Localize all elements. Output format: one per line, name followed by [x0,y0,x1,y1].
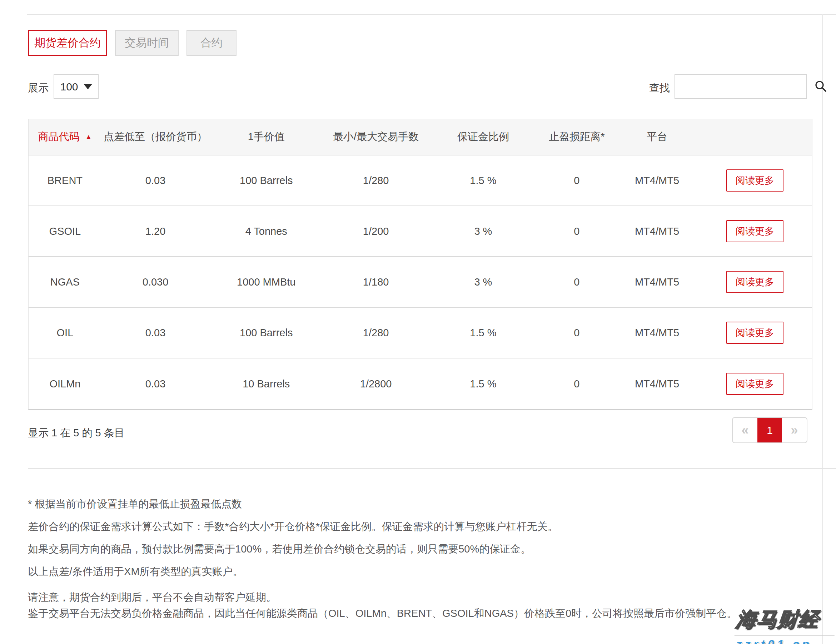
notice-block: 请注意，期货合约到期后，平台不会自动帮客户延期。 鉴于交易平台无法交易负价格金融… [28,589,737,621]
footnote-sl-tp: * 根据当前市价设置挂单的最低止损盈最低点数 [28,497,558,510]
cell-min-max-lots: 1/280 [323,327,429,339]
watermark-logo: 海马财经 [735,606,836,636]
tab-contract[interactable]: 合约 [186,30,237,56]
content-right-border [822,14,823,644]
cell-spread: 1.20 [101,226,209,237]
read-more-button[interactable]: 阅读更多 [726,169,784,191]
table-row: BRENT 0.03 100 Barrels 1/280 1.5 % 0 MT4… [29,155,812,206]
cell-sl-tp: 0 [538,276,616,288]
instruments-page: 期货差价合约 交易时间 合约 展示 100 查找 商品代码 ▲ 点差低至（报价货… [0,0,836,644]
search-input[interactable] [675,75,814,98]
pagination-next-button[interactable]: » [782,418,807,443]
column-header-lot-value[interactable]: 1手价值 [209,130,323,144]
read-more-button[interactable]: 阅读更多 [726,373,784,395]
cell-sl-tp: 0 [538,175,616,186]
cell-symbol: NGAS [29,276,101,288]
cell-margin: 3 % [429,226,538,237]
watermark: 海马财经 zzrt01.cn [736,606,836,644]
cell-symbol: OILMn [29,378,101,390]
cell-symbol: OIL [29,327,101,339]
cell-spread: 0.03 [101,327,209,339]
cell-spread: 0.030 [101,276,209,288]
cell-min-max-lots: 1/280 [323,175,429,186]
cell-margin: 1.5 % [429,378,538,390]
cell-spread: 0.03 [101,378,209,390]
top-divider [27,14,836,15]
column-header-min-max-lots[interactable]: 最小/最大交易手数 [323,130,429,144]
notice-expiry: 请注意，期货合约到期后，平台不会自动帮客户延期。 [28,589,737,605]
column-header-margin[interactable]: 保证金比例 [429,130,538,144]
column-header-spread[interactable]: 点差低至（报价货币） [101,130,209,144]
cell-min-max-lots: 1/2800 [323,378,429,390]
table-row: NGAS 0.030 1000 MMBtu 1/180 3 % 0 MT4/MT… [29,257,812,308]
cell-lot-value: 100 Barrels [209,327,323,339]
table-row: OIL 0.03 100 Barrels 1/280 1.5 % 0 MT4/M… [29,308,812,358]
notice-negative-prices: 鉴于交易平台无法交易负价格金融商品，因此当任何能源类商品（OIL、OILMn、B… [28,605,737,621]
page-size-value: 100 [60,81,78,93]
section-divider [28,468,836,469]
footnote-accounts: 以上点差/条件适用于XM所有类型的真实账户。 [28,565,558,578]
caret-down-icon [83,84,92,89]
page-size-label: 展示 [28,81,49,95]
column-header-symbol[interactable]: 商品代码 ▲ [29,130,101,144]
pagination-prev-button[interactable]: « [733,418,758,443]
pagination-page-1[interactable]: 1 [758,418,782,443]
footnote-margin-formula: 差价合约的保证金需求计算公式如下：手数*合约大小*开仓价格*保证金比例。保证金需… [28,520,558,533]
page-size-select[interactable]: 100 [54,74,99,99]
read-more-button[interactable]: 阅读更多 [726,220,784,242]
tab-futures-cfd[interactable]: 期货差价合约 [28,30,107,56]
sort-asc-icon: ▲ [85,133,92,141]
cell-lot-value: 4 Tonnes [209,226,323,237]
read-more-button[interactable]: 阅读更多 [726,271,784,293]
cell-platform: MT4/MT5 [616,175,698,186]
cell-platform: MT4/MT5 [616,327,698,339]
cell-symbol: GSOIL [29,226,101,237]
search-box [674,74,807,99]
cell-platform: MT4/MT5 [616,378,698,390]
footnotes: * 根据当前市价设置挂单的最低止损盈最低点数 差价合约的保证金需求计算公式如下：… [28,497,558,588]
column-header-sl-tp[interactable]: 止盈损距离* [538,130,616,144]
cell-sl-tp: 0 [538,226,616,237]
category-tabs: 期货差价合约 交易时间 合约 [28,30,237,56]
cell-platform: MT4/MT5 [616,276,698,288]
cell-symbol: BRENT [29,175,101,186]
pagination: « 1 » [732,417,807,443]
instruments-table: 商品代码 ▲ 点差低至（报价货币） 1手价值 最小/最大交易手数 保证金比例 止… [28,119,812,410]
cell-lot-value: 100 Barrels [209,175,323,186]
table-row: OILMn 0.03 10 Barrels 1/2800 1.5 % 0 MT4… [29,358,812,409]
cell-margin: 3 % [429,276,538,288]
entries-summary: 显示 1 在 5 的 5 条目 [28,426,125,440]
cell-sl-tp: 0 [538,378,616,390]
table-header-row: 商品代码 ▲ 点差低至（报价货币） 1手价值 最小/最大交易手数 保证金比例 止… [29,119,812,155]
cell-lot-value: 10 Barrels [209,378,323,390]
footnote-hedged-margin: 如果交易同方向的商品，预付款比例需要高于100%，若使用差价合约锁仓交易的话，则… [28,543,558,556]
watermark-url: zzrt01.cn [736,637,836,644]
read-more-button[interactable]: 阅读更多 [726,322,784,344]
search-icon [814,80,827,94]
column-header-platform[interactable]: 平台 [616,130,698,144]
tab-trading-hours[interactable]: 交易时间 [115,30,179,56]
cell-platform: MT4/MT5 [616,226,698,237]
cell-margin: 1.5 % [429,175,538,186]
cell-lot-value: 1000 MMBtu [209,276,323,288]
cell-min-max-lots: 1/180 [323,276,429,288]
cell-sl-tp: 0 [538,327,616,339]
cell-min-max-lots: 1/200 [323,226,429,237]
cell-spread: 0.03 [101,175,209,186]
table-row: GSOIL 1.20 4 Tonnes 1/200 3 % 0 MT4/MT5 … [29,206,812,257]
search-label: 查找 [649,81,670,95]
cell-margin: 1.5 % [429,327,538,339]
